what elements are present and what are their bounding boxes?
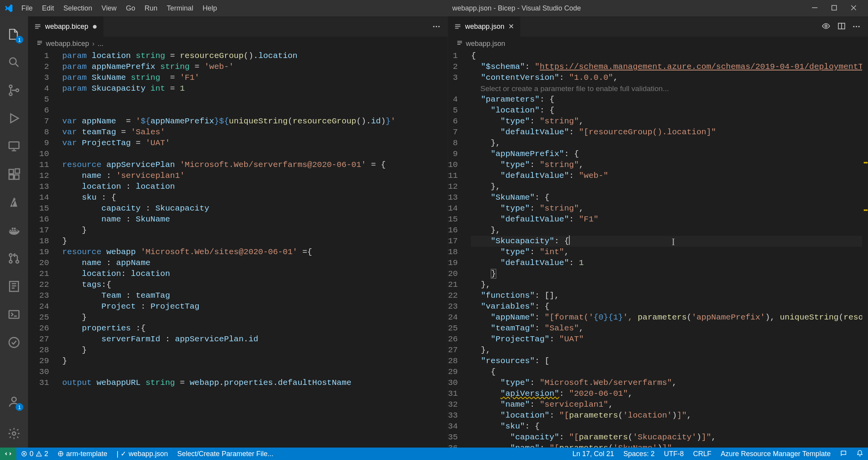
remote-indicator[interactable] — [0, 448, 16, 460]
preview-icon[interactable] — [822, 22, 830, 32]
menu-run[interactable]: Run — [140, 2, 162, 15]
svg-rect-10 — [15, 169, 19, 173]
json-file-icon — [34, 23, 41, 30]
dirty-indicator-icon: ● — [92, 21, 97, 32]
minimap[interactable] — [862, 51, 868, 448]
indentation[interactable]: Spaces: 2 — [619, 450, 659, 458]
line-gutter: 1234567891011121314151617181920212223242… — [448, 51, 467, 448]
editor-left[interactable]: 1234567891011121314151617181920212223242… — [28, 51, 448, 448]
extensions-icon[interactable] — [0, 160, 28, 188]
window-controls — [812, 5, 864, 12]
terminal-panel-icon[interactable] — [0, 300, 28, 328]
svg-point-4 — [9, 93, 12, 95]
tab-json[interactable]: webapp.json ✕ — [448, 16, 521, 37]
explorer-icon[interactable]: 1 — [0, 20, 28, 48]
more-actions-icon[interactable]: ••• — [853, 24, 861, 30]
code-content[interactable]: param location string = resourceGroup().… — [58, 51, 448, 448]
svg-rect-15 — [9, 311, 19, 318]
source-control-icon[interactable] — [0, 76, 28, 104]
svg-rect-8 — [9, 175, 13, 179]
status-bar: 0 2 arm-template | ✓ webapp.json Select/… — [0, 448, 868, 460]
settings-gear-icon[interactable] — [0, 420, 28, 448]
github-pr-icon[interactable] — [0, 244, 28, 272]
more-actions-icon[interactable]: ••• — [433, 24, 441, 30]
title-bar: File Edit Selection View Go Run Terminal… — [0, 0, 868, 16]
azure-icon[interactable] — [0, 188, 28, 216]
feedback-icon[interactable] — [835, 450, 852, 457]
editor-right[interactable]: 1234567891011121314151617181920212223242… — [448, 51, 868, 448]
parameter-file-action[interactable]: Select/Create Parameter File... — [173, 448, 278, 460]
svg-rect-0 — [812, 7, 817, 8]
live-share-icon[interactable] — [0, 328, 28, 356]
menu-edit[interactable]: Edit — [38, 2, 58, 15]
tab-bicep[interactable]: webapp.bicep ● — [28, 16, 104, 37]
remote-explorer-icon[interactable] — [0, 132, 28, 160]
svg-point-19 — [825, 25, 828, 27]
editor-group-right: webapp.json ✕ ••• webapp.json 1234567891… — [448, 16, 868, 448]
activity-bar: 1 — [0, 16, 28, 448]
json-file-icon — [37, 40, 43, 48]
docker-icon[interactable] — [0, 216, 28, 244]
svg-point-5 — [16, 89, 19, 91]
editor-group-left: webapp.bicep ● ••• webapp.bicep › ... 12… — [28, 16, 448, 448]
svg-point-3 — [9, 85, 12, 88]
explorer-badge: 1 — [16, 36, 23, 44]
svg-rect-9 — [14, 175, 19, 179]
close-icon[interactable] — [851, 5, 856, 12]
breadcrumb-right[interactable]: webapp.json — [448, 37, 868, 51]
svg-rect-6 — [9, 142, 19, 149]
menu-view[interactable]: View — [97, 2, 121, 15]
json-file-icon — [457, 40, 463, 48]
menu-selection[interactable]: Selection — [59, 2, 96, 15]
maximize-icon[interactable] — [831, 5, 837, 12]
close-icon[interactable]: ✕ — [508, 22, 514, 31]
encoding[interactable]: UTF-8 — [659, 450, 688, 458]
svg-point-17 — [12, 397, 16, 402]
language-mode[interactable]: Azure Resource Manager Template — [716, 450, 835, 458]
accounts-icon[interactable]: 1 — [0, 388, 28, 416]
tab-bar-left: webapp.bicep ● ••• — [28, 16, 448, 37]
project-manager-icon[interactable] — [0, 272, 28, 300]
svg-point-11 — [9, 254, 12, 256]
menu-help[interactable]: Help — [198, 2, 221, 15]
search-icon[interactable] — [0, 48, 28, 76]
eol[interactable]: CRLF — [688, 450, 716, 458]
line-gutter: 1234567891011121314151617181920212223242… — [28, 51, 58, 448]
tab-bar-right: webapp.json ✕ ••• — [448, 16, 868, 37]
svg-point-16 — [9, 337, 19, 348]
debug-icon[interactable] — [0, 104, 28, 132]
window-title: webapp.json - Bicep - Visual Studio Code — [221, 4, 812, 12]
minimize-icon[interactable] — [812, 5, 817, 12]
language-service[interactable]: arm-template — [53, 448, 112, 460]
svg-point-2 — [10, 58, 16, 65]
menu-bar: File Edit Selection View Go Run Terminal… — [17, 2, 221, 15]
cursor-position[interactable]: Ln 17, Col 21 — [568, 450, 619, 458]
svg-point-12 — [9, 260, 12, 263]
tab-label: webapp.json — [465, 23, 504, 31]
accounts-badge: 1 — [16, 403, 23, 411]
problems-indicator[interactable]: 0 2 — [16, 448, 53, 460]
svg-point-18 — [12, 432, 16, 435]
menu-go[interactable]: Go — [122, 2, 140, 15]
file-validation[interactable]: | ✓ webapp.json — [112, 448, 173, 460]
svg-point-13 — [16, 260, 19, 263]
breadcrumb-left[interactable]: webapp.bicep › ... — [28, 37, 448, 51]
menu-file[interactable]: File — [17, 2, 37, 15]
svg-rect-7 — [9, 169, 13, 174]
menu-terminal[interactable]: Terminal — [163, 2, 198, 15]
code-content[interactable]: { "$schema": "https://schema.management.… — [467, 51, 868, 448]
split-editor-icon[interactable] — [837, 22, 846, 32]
chevron-right-icon: › — [92, 40, 94, 48]
notifications-icon[interactable] — [852, 450, 868, 457]
json-file-icon — [454, 23, 461, 30]
vscode-logo-icon — [4, 4, 13, 13]
tab-label: webapp.bicep — [45, 23, 88, 31]
svg-rect-1 — [832, 5, 836, 10]
